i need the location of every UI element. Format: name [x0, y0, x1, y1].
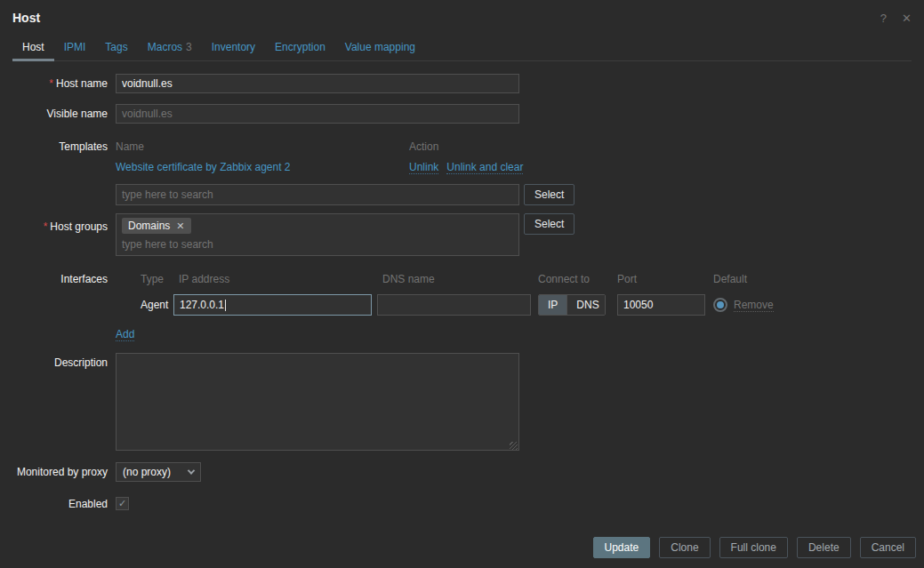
connect-ip-option[interactable]: IP: [539, 295, 566, 315]
ip-address-value: 127.0.0.1: [180, 299, 224, 311]
host-group-chip: Domains ✕: [122, 218, 191, 234]
proxy-select[interactable]: (no proxy): [116, 462, 201, 482]
host-groups-row: *Host groups Domains ✕ type here to sear…: [0, 213, 924, 256]
col-default-header: Default: [713, 273, 747, 285]
default-radio[interactable]: [713, 298, 727, 312]
host-groups-multiselect[interactable]: Domains ✕ type here to search: [116, 213, 519, 256]
interfaces-table-header: Type IP address DNS name Connect to Port…: [116, 269, 774, 285]
host-groups-search-placeholder: type here to search: [122, 238, 513, 251]
enabled-row: Enabled ✓: [0, 494, 924, 510]
host-name-row: *Host name: [0, 74, 924, 93]
visible-name-input[interactable]: [116, 104, 519, 124]
unlink-and-clear-link[interactable]: Unlink and clear: [446, 161, 523, 174]
enabled-checkbox[interactable]: ✓: [116, 497, 129, 510]
header-icons: ? ✕: [880, 12, 912, 24]
remove-link: Remove: [734, 299, 774, 312]
host-name-input[interactable]: [116, 74, 519, 93]
tab-macros[interactable]: Macros3: [138, 36, 202, 60]
dialog-footer: Update Clone Full clone Delete Cancel: [0, 537, 924, 568]
linked-template-row: Website certificate by Zabbix agent 2 Un…: [116, 161, 574, 174]
tab-ipmi[interactable]: IPMI: [54, 36, 96, 60]
ip-address-input[interactable]: 127.0.0.1: [173, 294, 372, 316]
proxy-label: Monitored by proxy: [0, 462, 108, 478]
template-select-button[interactable]: Select: [524, 184, 574, 205]
tab-tags[interactable]: Tags: [95, 36, 137, 60]
required-asterisk: *: [44, 220, 48, 233]
port-input[interactable]: [617, 294, 705, 316]
interface-type: Agent: [116, 299, 173, 311]
interfaces-row: Interfaces Type IP address DNS name Conn…: [0, 269, 924, 353]
connect-to-toggle: IP DNS: [538, 294, 606, 316]
interfaces-label: Interfaces: [0, 269, 108, 285]
template-link[interactable]: Website certificate by Zabbix agent 2: [116, 161, 291, 173]
dns-name-input[interactable]: [377, 294, 531, 316]
unlink-link[interactable]: Unlink: [409, 161, 438, 174]
tab-encryption[interactable]: Encryption: [265, 36, 335, 60]
enabled-label: Enabled: [0, 494, 108, 510]
visible-name-label: Visible name: [0, 104, 108, 120]
radio-dot: [717, 301, 724, 308]
dialog-header: Host ? ✕: [0, 0, 924, 30]
checkmark-icon: ✓: [118, 499, 126, 508]
col-connect-header: Connect to: [538, 273, 606, 285]
required-asterisk: *: [49, 77, 53, 90]
connect-dns-option[interactable]: DNS: [566, 295, 606, 315]
close-icon[interactable]: ✕: [902, 12, 912, 24]
full-clone-button[interactable]: Full clone: [719, 537, 788, 558]
clone-button[interactable]: Clone: [659, 537, 710, 558]
proxy-row: Monitored by proxy (no proxy): [0, 462, 924, 482]
tab-bar: Host IPMI Tags Macros3 Inventory Encrypt…: [12, 36, 912, 61]
dialog-title: Host: [12, 11, 40, 25]
description-label: Description: [0, 353, 108, 369]
chip-remove-icon[interactable]: ✕: [176, 221, 184, 231]
col-port-header: Port: [617, 273, 705, 285]
help-icon[interactable]: ?: [880, 12, 887, 24]
cancel-button[interactable]: Cancel: [860, 537, 916, 558]
templates-table-header: Name Action: [116, 137, 574, 153]
templates-row: Templates Name Action Website certificat…: [0, 137, 924, 205]
host-name-label: *Host name: [0, 74, 108, 90]
interface-agent-row: Agent 127.0.0.1 IP DNS: [116, 294, 774, 316]
description-row: Description: [0, 353, 924, 453]
add-interface-link[interactable]: Add: [116, 328, 134, 341]
tab-inventory[interactable]: Inventory: [202, 36, 265, 60]
host-form: *Host name Visible name Templates Name A…: [0, 61, 924, 537]
host-group-chip-label: Domains: [128, 220, 170, 232]
tab-value-mapping[interactable]: Value mapping: [335, 36, 425, 60]
tab-host[interactable]: Host: [12, 36, 54, 61]
delete-button[interactable]: Delete: [797, 537, 851, 558]
chevron-down-icon: [188, 467, 195, 474]
tab-macros-count: 3: [186, 41, 192, 53]
text-caret: [225, 300, 226, 311]
visible-name-row: Visible name: [0, 104, 924, 124]
templates-name-column: Name: [116, 140, 409, 153]
tab-macros-label: Macros: [148, 41, 182, 53]
host-groups-label: *Host groups: [0, 213, 108, 233]
description-textarea[interactable]: [116, 353, 519, 451]
templates-action-column: Action: [409, 140, 438, 153]
col-ip-header: IP address: [173, 273, 372, 285]
col-dns-header: DNS name: [377, 273, 531, 285]
col-type-header: Type: [116, 273, 173, 285]
update-button[interactable]: Update: [593, 537, 651, 558]
host-groups-select-button[interactable]: Select: [524, 213, 574, 235]
resize-grip[interactable]: [510, 442, 518, 450]
proxy-selected-value: (no proxy): [123, 466, 171, 478]
templates-label: Templates: [0, 137, 108, 153]
template-search-input[interactable]: [116, 184, 519, 205]
